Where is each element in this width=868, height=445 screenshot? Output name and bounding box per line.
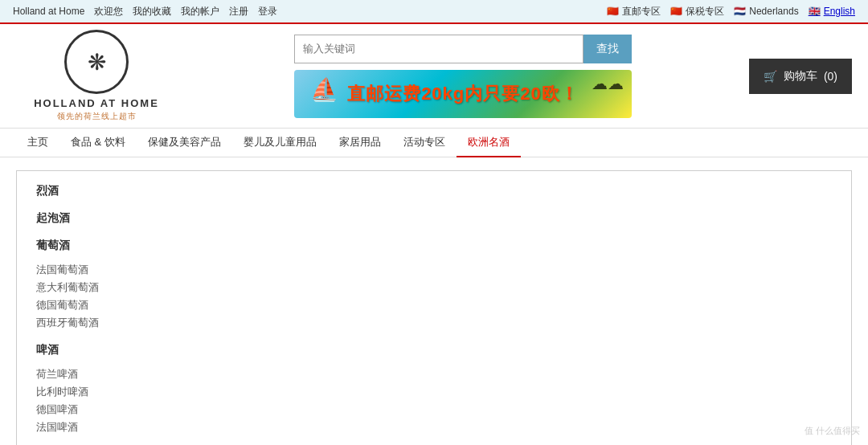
bonded-link[interactable]: 🇨🇳 保税专区 xyxy=(670,5,724,18)
nav-home[interactable]: 主页 xyxy=(16,129,59,157)
search-input[interactable] xyxy=(294,35,583,63)
promo-banner: ⛵ 直邮运费20kg内只要20欧！ ☁☁ xyxy=(294,70,632,118)
sub-item-nl-beer[interactable]: 荷兰啤酒 xyxy=(36,367,832,382)
cart-icon: 🛒 xyxy=(764,70,777,83)
china-flag2-icon: 🇨🇳 xyxy=(670,6,682,17)
sub-item-france-beer[interactable]: 法国啤酒 xyxy=(36,420,832,435)
sub-item-france-wine[interactable]: 法国葡萄酒 xyxy=(36,263,832,277)
clouds-icon: ☁☁ xyxy=(592,74,624,93)
direct-mail-link[interactable]: 🇨🇳 直邮专区 xyxy=(607,5,661,18)
top-bar: Holland at Home 欢迎您 我的收藏 我的帐户 注册 登录 🇨🇳 直… xyxy=(0,0,868,24)
login-link[interactable]: 登录 xyxy=(258,5,277,18)
header: ❋ HOLLAND AT HOME 领先的荷兰线上超市 查找 ⛵ 直邮运费20k… xyxy=(0,24,868,129)
nav-wine[interactable]: 欧洲名酒 xyxy=(457,129,521,157)
welcome-link[interactable]: 欢迎您 xyxy=(94,5,123,18)
sub-item-spain-wine[interactable]: 西班牙葡萄酒 xyxy=(36,316,832,330)
promo-text: 直邮运费20kg内只要20欧！ xyxy=(347,82,579,106)
lang-nl-link[interactable]: 🇳🇱 Nederlands xyxy=(734,6,798,17)
sub-item-germany-wine[interactable]: 德国葡萄酒 xyxy=(36,298,832,312)
top-bar-left: Holland at Home 欢迎您 我的收藏 我的帐户 注册 登录 xyxy=(13,5,277,18)
ship-icon: ⛵ xyxy=(310,76,338,103)
logo-area: ❋ HOLLAND AT HOME 领先的荷兰线上超市 xyxy=(16,30,177,122)
register-link[interactable]: 注册 xyxy=(229,5,248,18)
search-button[interactable]: 查找 xyxy=(583,35,632,63)
category-beer: 啤酒 xyxy=(36,343,832,357)
category-spirits: 烈酒 xyxy=(36,184,832,198)
logo-subtitle: 领先的荷兰线上超市 xyxy=(57,111,137,122)
logo-circle: ❋ xyxy=(64,30,129,94)
cart-count: (0) xyxy=(824,70,837,83)
account-link[interactable]: 我的帐户 xyxy=(181,5,219,18)
nav-home-goods[interactable]: 家居用品 xyxy=(328,129,392,157)
nav-health[interactable]: 保健及美容产品 xyxy=(137,129,232,157)
logo-symbol: ❋ xyxy=(88,49,106,76)
nav-baby[interactable]: 婴儿及儿童用品 xyxy=(232,129,328,157)
sub-item-germany-beer[interactable]: 德国啤酒 xyxy=(36,402,832,417)
cart-button[interactable]: 🛒 购物车 (0) xyxy=(749,59,852,94)
header-center: 查找 ⛵ 直邮运费20kg内只要20欧！ ☁☁ xyxy=(193,35,733,118)
watermark: 值 什么值得买 xyxy=(805,425,860,437)
lang-en-link[interactable]: 🇬🇧 English xyxy=(809,6,855,17)
category-wine: 葡萄酒 xyxy=(36,239,832,253)
nl-flag-icon: 🇳🇱 xyxy=(734,6,746,17)
nav-activities[interactable]: 活动专区 xyxy=(392,129,457,157)
cart-label: 购物车 xyxy=(784,69,817,84)
top-bar-right: 🇨🇳 直邮专区 🇨🇳 保税专区 🇳🇱 Nederlands 🇬🇧 English xyxy=(607,5,855,18)
logo-title: HOLLAND AT HOME xyxy=(34,97,159,109)
sub-item-italy-wine[interactable]: 意大利葡萄酒 xyxy=(36,280,832,295)
content-area: 烈酒 起泡酒 葡萄酒 法国葡萄酒 意大利葡萄酒 德国葡萄酒 西班牙葡萄酒 啤酒 … xyxy=(0,157,868,445)
china-flag-icon: 🇨🇳 xyxy=(607,6,619,17)
uk-flag-icon: 🇬🇧 xyxy=(809,6,821,17)
nav-food[interactable]: 食品 & 饮料 xyxy=(59,129,137,157)
category-sparkling: 起泡酒 xyxy=(36,211,832,226)
favorites-link[interactable]: 我的收藏 xyxy=(133,5,171,18)
dropdown-panel: 烈酒 起泡酒 葡萄酒 法国葡萄酒 意大利葡萄酒 德国葡萄酒 西班牙葡萄酒 啤酒 … xyxy=(16,170,852,445)
sub-item-belgium-beer[interactable]: 比利时啤酒 xyxy=(36,385,832,399)
nav-bar: 主页 食品 & 饮料 保健及美容产品 婴儿及儿童用品 家居用品 活动专区 欧洲名… xyxy=(0,129,868,157)
search-bar: 查找 xyxy=(294,35,632,63)
site-name: Holland at Home xyxy=(13,6,84,17)
